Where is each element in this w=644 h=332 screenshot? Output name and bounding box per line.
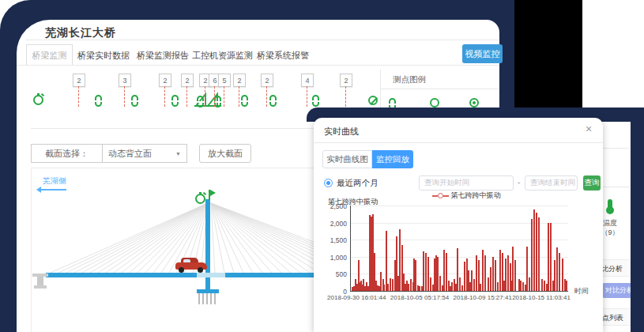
chart-data-bar — [525, 285, 526, 291]
chart-data-bar — [415, 260, 416, 291]
chart-data-bar — [556, 247, 558, 291]
query-start-time-input[interactable]: 查询开始时间 — [419, 175, 514, 191]
chart-data-bar — [390, 278, 391, 291]
legend-series-name: 第七跨跨中振动 — [451, 191, 501, 199]
chart-data-bar — [518, 279, 520, 291]
tower-flag-icon — [209, 190, 210, 200]
chart-data-bar — [482, 250, 484, 291]
chart-data-bar — [471, 270, 473, 291]
chart-data-bar — [476, 255, 477, 291]
close-icon[interactable]: × — [586, 123, 592, 135]
chart-data-bar — [399, 229, 401, 291]
chart-data-bar — [512, 247, 514, 291]
chart-y-tick-label: 2,000 — [318, 220, 347, 228]
realtime-curve-modal: 实时曲线 × 实时曲线图 监控回放 最近两个月 查询开始时间 - 查询结束时间 … — [314, 118, 603, 332]
chart-data-bar — [554, 260, 555, 291]
chart-x-tick-label: 2018-10-09 15:27:41 — [446, 294, 519, 301]
chart-data-bar — [514, 260, 516, 291]
chart-data-bar — [538, 217, 540, 291]
chart-data-bar — [562, 258, 563, 291]
section-select-dropdown[interactable]: 动态背立面 ▼ — [102, 144, 187, 163]
chart-data-bar — [536, 213, 537, 291]
chart-data-bar — [427, 257, 429, 291]
chart-plot-area — [350, 206, 568, 292]
chart-data-bar — [495, 260, 496, 291]
chart-x-tick-label: 2018-09-30 16:01:44 — [320, 294, 393, 301]
chart-data-bar — [459, 277, 461, 291]
chart-x-tick-label: 2018-10-05 05:17:54 — [383, 294, 456, 301]
car-wheel — [179, 267, 184, 273]
chart-data-bar — [499, 250, 501, 291]
chart-data-bar — [488, 277, 489, 291]
query-end-time-input[interactable]: 查询结束时间 — [525, 175, 578, 191]
thermometer-icon — [608, 199, 612, 211]
legend-line-icon — [443, 195, 449, 197]
tab-realtime-curve[interactable]: 实时曲线图 — [322, 150, 372, 168]
chart-data-bar — [520, 281, 522, 291]
chart-data-bar — [531, 219, 533, 291]
chart-data-bar — [392, 279, 394, 291]
tab-monitor-playback[interactable]: 监控回放 — [372, 150, 413, 168]
screen: 温度 （9） 对比分析 对比分析 监测点列表 芜湖长江大桥 桥梁监测 桥梁实时数… — [0, 0, 644, 332]
chart-data-bar — [559, 253, 560, 291]
chart-x-tick-label: 2018-10-15 11:03:41 — [505, 294, 578, 301]
chart-y-tick-label: 1,500 — [318, 236, 347, 244]
chart-data-bar — [461, 285, 463, 291]
chart-data-bar — [380, 272, 382, 291]
chart-data-bar — [492, 257, 494, 291]
chart-data-bar — [548, 223, 549, 291]
bridge-deck-left — [46, 273, 197, 277]
chart-data-bar — [566, 281, 567, 291]
chart-data-bar — [451, 282, 453, 291]
chart-legend[interactable]: 第七跨跨中振动 — [432, 191, 501, 201]
chart-data-bar — [544, 281, 545, 291]
modal-header-divider — [314, 142, 603, 143]
chart-y-tick-label: 0 — [318, 288, 347, 296]
modal-title: 实时曲线 — [324, 126, 359, 138]
chart-data-bar — [419, 286, 420, 291]
chart-data-bar — [484, 255, 486, 291]
legend-line-icon — [432, 195, 438, 197]
chart-data-bar — [541, 279, 543, 291]
chevron-down-icon: ▼ — [175, 151, 181, 157]
last-two-months-label: 最近两个月 — [337, 178, 378, 189]
chart-data-bar — [464, 262, 465, 291]
left-pier-base — [34, 285, 47, 289]
date-range-separator: - — [518, 178, 520, 187]
tower-piles — [198, 293, 217, 304]
car-wheel — [198, 267, 203, 273]
section-select-label: 截面选择： — [31, 144, 102, 163]
chart-data-bar — [446, 253, 447, 291]
chart-data-bar — [437, 257, 439, 291]
chart-data-bar — [505, 258, 507, 291]
legend-target-icon — [469, 98, 479, 108]
chart-data-bar — [507, 255, 509, 291]
chart-data-bar — [497, 282, 499, 291]
legend-panel-icons — [0, 0, 499, 119]
enlarge-section-button[interactable]: 放大截面 — [199, 144, 251, 163]
chart-data-bar — [406, 281, 408, 291]
black-overlay-window — [514, 0, 582, 109]
chart-data-bar — [423, 251, 424, 291]
chart-data-bar — [473, 279, 475, 291]
chart-data-bar — [457, 248, 458, 291]
last-two-months-radio[interactable] — [324, 179, 333, 187]
chart-data-bar — [443, 250, 445, 291]
chart-x-axis-label: 时间 — [574, 286, 589, 296]
chart-gridline — [351, 206, 568, 206]
chart-data-bar — [526, 247, 528, 291]
section-select-value: 动态背立面 — [108, 148, 152, 160]
chart-data-bar — [529, 277, 530, 291]
query-button[interactable]: 查询 — [583, 175, 601, 191]
chart-y-tick-label: 500 — [318, 270, 347, 278]
chart-data-bar — [425, 253, 427, 291]
chart-data-bar — [490, 267, 491, 291]
tower-sensor-icon — [195, 194, 205, 204]
chart-data-bar — [386, 231, 387, 291]
chart-data-bar — [408, 284, 409, 291]
car — [175, 258, 207, 274]
chart-data-bar — [533, 209, 535, 291]
legend-circle-icon — [438, 193, 443, 198]
legend-ring-icon — [430, 98, 439, 108]
chart-y-tick-label: 1,000 — [318, 254, 347, 262]
